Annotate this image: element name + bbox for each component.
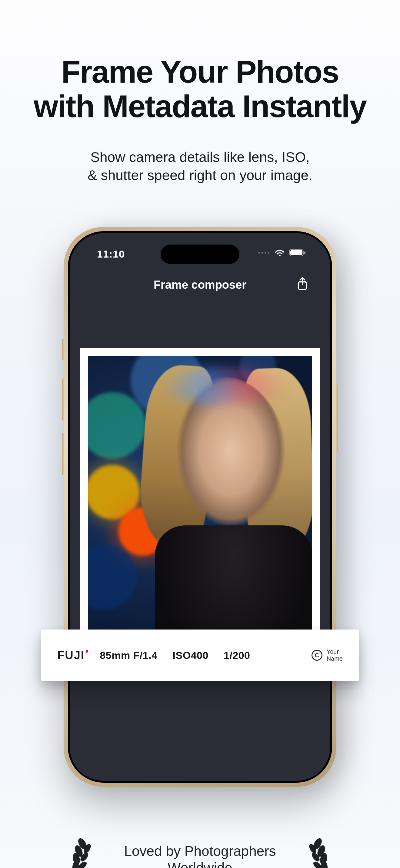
laurel-banner: Loved by Photographers Worldwide [67, 838, 333, 868]
laurel-right-icon [309, 838, 333, 868]
hero-title-line1: Frame Your Photos [61, 54, 339, 89]
page-title: Frame composer [154, 278, 246, 291]
phone-screen: 11:10 •••• [70, 233, 330, 781]
shutter-value: 1/200 [224, 650, 250, 661]
footer-line2: Worldwide [168, 860, 232, 868]
svg-rect-1 [290, 250, 303, 255]
navigation-bar: Frame composer [70, 275, 330, 297]
hero-subtitle-line1: Show camera details like lens, ISO, [90, 149, 310, 165]
copyright-line2: Name [327, 655, 343, 662]
footer-line1: Loved by Photographers [124, 843, 276, 859]
battery-icon [289, 249, 306, 257]
metadata-strip: FUJI 85mm F/1.4 ISO400 1/200 C Your Name [41, 629, 359, 681]
share-icon [296, 277, 309, 291]
cellular-icon: •••• [258, 250, 270, 256]
hero-title-line2: with Metadata Instantly [34, 89, 366, 124]
lens-value: 85mm F/1.4 [100, 650, 157, 661]
share-button[interactable] [296, 277, 311, 291]
hero-title: Frame Your Photos with Metadata Instantl… [0, 55, 400, 124]
hero-subtitle-line2: & shutter speed right on your image. [88, 167, 312, 183]
copyright-line1: Your [327, 648, 343, 655]
iso-value: ISO400 [173, 650, 208, 661]
copyright-icon: C [312, 650, 322, 661]
photo-image [88, 356, 312, 673]
phone-mockup: 11:10 •••• [64, 227, 336, 787]
copyright: C Your Name [312, 648, 343, 662]
status-bar: 11:10 •••• [70, 246, 330, 263]
camera-brand: FUJI [57, 649, 85, 662]
status-time: 11:10 [97, 248, 125, 260]
wifi-icon [275, 249, 285, 257]
svg-rect-2 [304, 251, 306, 254]
hero-subtitle: Show camera details like lens, ISO, & sh… [0, 148, 400, 185]
laurel-left-icon [67, 838, 91, 868]
